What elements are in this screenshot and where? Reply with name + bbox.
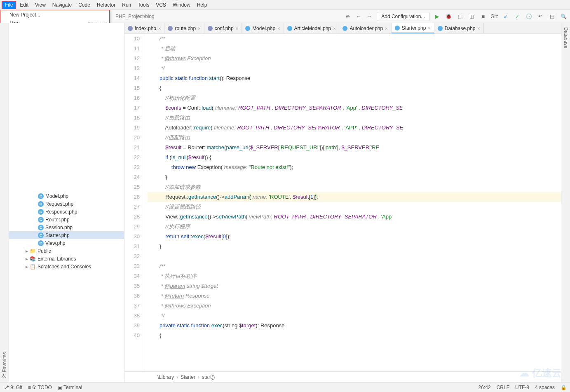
menu-run[interactable]: Run — [119, 1, 134, 9]
git-revert-icon[interactable]: ↶ — [536, 12, 544, 21]
menu-help[interactable]: Help — [194, 1, 210, 9]
add-icon[interactable]: ⊕ — [344, 12, 352, 21]
menu-item-new-[interactable]: New...Alt+Insert — [0, 19, 109, 23]
profile-icon[interactable]: ◫ — [467, 12, 476, 21]
menu-window[interactable]: Window — [170, 1, 193, 9]
search-icon[interactable]: 🔍 — [559, 12, 568, 21]
menu-bar: File Edit View Navigate Code Refactor Ru… — [0, 0, 570, 10]
menu-navigate[interactable]: Navigate — [49, 1, 75, 9]
menu-edit[interactable]: Edit — [17, 1, 31, 9]
menu-tools[interactable]: Tools — [135, 1, 152, 9]
menu-code[interactable]: Code — [75, 1, 93, 9]
structure-icon[interactable]: ▤ — [548, 12, 556, 21]
git-update-icon[interactable]: ↙ — [502, 12, 510, 21]
forward-icon[interactable]: → — [365, 12, 373, 21]
menu-vcs[interactable]: VCS — [153, 1, 169, 9]
menu-refactor[interactable]: Refactor — [94, 1, 118, 9]
run-icon[interactable]: ▶ — [433, 12, 441, 21]
stop-icon[interactable]: ■ — [479, 12, 487, 21]
coverage-icon[interactable]: ⬚ — [456, 12, 464, 21]
git-history-icon[interactable]: 🕓 — [525, 12, 533, 21]
breadcrumb-path: PHP_Project\blog — [115, 14, 155, 19]
git-label: Git: — [490, 14, 498, 19]
debug-icon[interactable]: 🐞 — [444, 12, 453, 21]
menu-view[interactable]: View — [32, 1, 49, 9]
file-dropdown: New Project...New...Alt+InsertNew Scratc… — [0, 10, 110, 23]
menu-item-new-project-[interactable]: New Project... — [0, 10, 109, 19]
back-icon[interactable]: ← — [354, 12, 363, 21]
add-configuration-button[interactable]: Add Configuration... — [377, 12, 429, 21]
git-commit-icon[interactable]: ✓ — [513, 12, 521, 21]
menu-file[interactable]: File — [2, 1, 16, 9]
